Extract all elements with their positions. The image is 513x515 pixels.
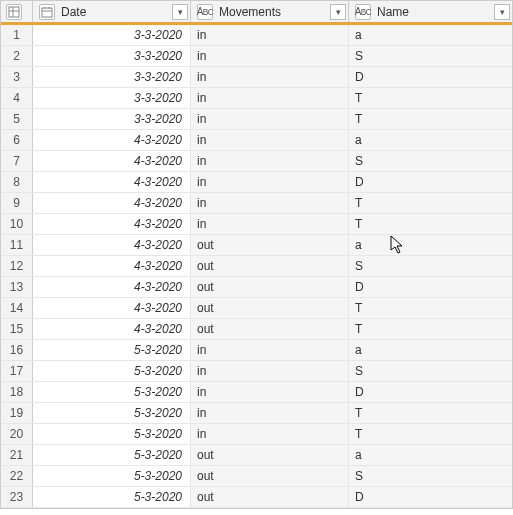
cell-name[interactable]: S [349,256,512,276]
cell-date[interactable]: 5-3-2020 [33,466,191,486]
cell-name[interactable]: T [349,298,512,318]
table-row[interactable]: 195-3-2020inT [1,403,512,424]
cell-name[interactable]: D [349,487,512,507]
cell-name[interactable]: a [349,130,512,150]
table-row[interactable]: 114-3-2020outa [1,235,512,256]
cell-name[interactable]: a [349,340,512,360]
table-row[interactable]: 53-3-2020inT [1,109,512,130]
cell-date[interactable]: 3-3-2020 [33,25,191,45]
cell-name[interactable]: D [349,277,512,297]
table-row[interactable]: 13-3-2020ina [1,25,512,46]
table-row[interactable]: 23-3-2020inS [1,46,512,67]
cell-date[interactable]: 4-3-2020 [33,277,191,297]
table-row[interactable]: 94-3-2020inT [1,193,512,214]
cell-date[interactable]: 4-3-2020 [33,214,191,234]
cell-name[interactable]: S [349,46,512,66]
cell-movements[interactable]: in [191,214,349,234]
cell-movements[interactable]: in [191,67,349,87]
table-row[interactable]: 175-3-2020inS [1,361,512,382]
table-row[interactable]: 134-3-2020outD [1,277,512,298]
column-label: Movements [219,5,281,19]
cell-name[interactable]: T [349,403,512,423]
cell-movements[interactable]: out [191,235,349,255]
cell-date[interactable]: 4-3-2020 [33,256,191,276]
table-row[interactable]: 74-3-2020inS [1,151,512,172]
cell-date[interactable]: 5-3-2020 [33,445,191,465]
filter-dropdown-name[interactable]: ▾ [494,4,510,20]
cell-movements[interactable]: out [191,319,349,339]
cell-movements[interactable]: out [191,277,349,297]
column-header-name[interactable]: ABC Name ▾ [349,1,512,22]
table-row[interactable]: 215-3-2020outa [1,445,512,466]
cell-name[interactable]: a [349,235,512,255]
cell-movements[interactable]: in [191,424,349,444]
table-row[interactable]: 205-3-2020inT [1,424,512,445]
cell-name[interactable]: a [349,445,512,465]
cell-movements[interactable]: in [191,172,349,192]
cell-date[interactable]: 3-3-2020 [33,109,191,129]
cell-date[interactable]: 3-3-2020 [33,88,191,108]
cell-movements[interactable]: out [191,445,349,465]
table-row[interactable]: 43-3-2020inT [1,88,512,109]
table-row[interactable]: 154-3-2020outT [1,319,512,340]
table-row[interactable]: 104-3-2020inT [1,214,512,235]
cell-name[interactable]: T [349,424,512,444]
column-header-date[interactable]: Date ▾ [33,1,191,22]
table-row[interactable]: 144-3-2020outT [1,298,512,319]
cell-name[interactable]: S [349,151,512,171]
cell-name[interactable]: D [349,382,512,402]
cell-date[interactable]: 3-3-2020 [33,46,191,66]
cell-date[interactable]: 4-3-2020 [33,319,191,339]
cell-date[interactable]: 5-3-2020 [33,424,191,444]
cell-name[interactable]: a [349,25,512,45]
cell-movements[interactable]: in [191,382,349,402]
table-row[interactable]: 124-3-2020outS [1,256,512,277]
cell-name[interactable]: D [349,172,512,192]
cell-date[interactable]: 4-3-2020 [33,151,191,171]
filter-dropdown-date[interactable]: ▾ [172,4,188,20]
cell-date[interactable]: 5-3-2020 [33,403,191,423]
cell-movements[interactable]: out [191,298,349,318]
select-all-corner[interactable] [1,1,33,22]
cell-date[interactable]: 4-3-2020 [33,235,191,255]
table-row[interactable]: 84-3-2020inD [1,172,512,193]
cell-name[interactable]: D [349,67,512,87]
cell-name[interactable]: T [349,319,512,339]
table-row[interactable]: 185-3-2020inD [1,382,512,403]
cell-movements[interactable]: in [191,403,349,423]
column-header-movements[interactable]: ABC Movements ▾ [191,1,349,22]
cell-date[interactable]: 4-3-2020 [33,172,191,192]
cell-name[interactable]: T [349,109,512,129]
cell-movements[interactable]: out [191,466,349,486]
filter-dropdown-movements[interactable]: ▾ [330,4,346,20]
cell-movements[interactable]: in [191,88,349,108]
table-row[interactable]: 235-3-2020outD [1,487,512,508]
cell-movements[interactable]: in [191,46,349,66]
cell-name[interactable]: T [349,88,512,108]
cell-movements[interactable]: in [191,151,349,171]
table-row[interactable]: 165-3-2020ina [1,340,512,361]
cell-movements[interactable]: out [191,256,349,276]
cell-name[interactable]: S [349,466,512,486]
cell-date[interactable]: 4-3-2020 [33,130,191,150]
cell-movements[interactable]: in [191,109,349,129]
cell-date[interactable]: 5-3-2020 [33,361,191,381]
table-row[interactable]: 225-3-2020outS [1,466,512,487]
cell-date[interactable]: 5-3-2020 [33,487,191,507]
table-row[interactable]: 64-3-2020ina [1,130,512,151]
cell-name[interactable]: T [349,214,512,234]
cell-movements[interactable]: in [191,25,349,45]
cell-movements[interactable]: in [191,130,349,150]
cell-movements[interactable]: out [191,487,349,507]
cell-date[interactable]: 4-3-2020 [33,193,191,213]
cell-name[interactable]: T [349,193,512,213]
cell-date[interactable]: 5-3-2020 [33,340,191,360]
cell-date[interactable]: 3-3-2020 [33,67,191,87]
cell-name[interactable]: S [349,361,512,381]
cell-movements[interactable]: in [191,340,349,360]
cell-date[interactable]: 4-3-2020 [33,298,191,318]
table-row[interactable]: 33-3-2020inD [1,67,512,88]
cell-date[interactable]: 5-3-2020 [33,382,191,402]
cell-movements[interactable]: in [191,193,349,213]
cell-movements[interactable]: in [191,361,349,381]
